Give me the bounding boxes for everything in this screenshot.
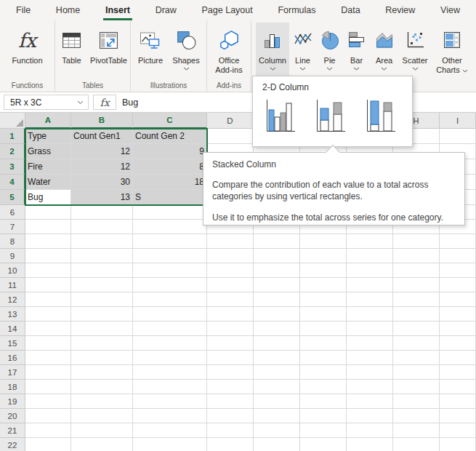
cell-C14[interactable] [133,322,207,336]
cell-C17[interactable] [133,365,207,380]
select-all-corner[interactable] [0,113,25,129]
cell-E21[interactable] [254,423,300,438]
cell-G17[interactable] [347,365,393,380]
tab-review[interactable]: Review [384,0,416,20]
column-header-D[interactable]: D [207,113,254,129]
cell-B8[interactable] [71,234,133,249]
cell-B13[interactable] [71,307,133,322]
cell-C10[interactable] [133,263,207,278]
cell-H10[interactable] [393,263,440,278]
cell-C19[interactable] [133,394,207,409]
cell-H9[interactable] [393,249,440,263]
column-header-B[interactable]: B [71,113,133,129]
cell-B11[interactable] [71,278,133,292]
cell-H13[interactable] [393,307,440,322]
cell-E13[interactable] [254,307,300,322]
pivottable-button[interactable]: PivotTable [88,23,130,81]
cell-E14[interactable] [254,322,300,336]
cell-F13[interactable] [300,307,347,322]
hundred-percent-stacked-column-option[interactable] [364,97,398,135]
cell-G14[interactable] [347,322,393,336]
cell-D12[interactable] [207,292,254,307]
cell-B15[interactable] [71,336,133,351]
cell-B7[interactable] [71,220,133,234]
cell-I12[interactable] [440,292,476,307]
cell-D16[interactable] [207,351,254,365]
cell-G10[interactable] [347,263,393,278]
cell-C1[interactable]: Count Gen 2 [133,129,207,144]
row-header-9[interactable]: 9 [0,249,25,263]
cell-H18[interactable] [393,380,440,394]
area-dropdown-chevron-icon[interactable] [381,67,387,71]
cell-B21[interactable] [71,423,133,438]
cell-D18[interactable] [207,380,254,394]
cell-C5[interactable]: S [133,190,207,205]
cell-C12[interactable] [133,292,207,307]
cell-G8[interactable] [347,234,393,249]
cell-C7[interactable] [133,220,207,234]
row-header-17[interactable]: 17 [0,365,25,380]
row-header-22[interactable]: 22 [0,438,25,451]
tab-insert[interactable]: Insert [104,0,132,20]
cell-E12[interactable] [254,292,300,307]
cell-B20[interactable] [71,409,133,423]
cell-I8[interactable] [440,234,476,249]
cell-E16[interactable] [254,351,300,365]
cell-A8[interactable] [25,234,71,249]
tab-data[interactable]: Data [339,0,361,20]
cell-F18[interactable] [300,380,347,394]
row-header-5[interactable]: 5 [0,190,25,205]
cell-G15[interactable] [347,336,393,351]
cell-D14[interactable] [207,322,254,336]
tab-page-layout[interactable]: Page Layout [201,0,254,20]
cell-C8[interactable] [133,234,207,249]
cell-C6[interactable] [133,205,207,220]
cell-E19[interactable] [254,394,300,409]
cell-E10[interactable] [254,263,300,278]
cell-D10[interactable] [207,263,254,278]
bar-chart-button[interactable]: Bar [343,23,370,81]
cell-A21[interactable] [25,423,71,438]
cell-A1[interactable]: Type [25,129,71,144]
cell-E9[interactable] [254,249,300,263]
cell-B4[interactable]: 30 [71,175,133,190]
cell-I1[interactable] [440,129,476,144]
cell-D8[interactable] [207,234,254,249]
cell-H8[interactable] [393,234,440,249]
name-box-chevron-icon[interactable] [77,100,84,105]
cell-B14[interactable] [71,322,133,336]
cell-D17[interactable] [207,365,254,380]
cell-F11[interactable] [300,278,347,292]
cell-H15[interactable] [393,336,440,351]
cell-I16[interactable] [440,351,476,365]
cell-G21[interactable] [347,423,393,438]
cell-A5[interactable]: Bug [25,190,71,205]
row-header-4[interactable]: 4 [0,175,25,190]
scatter-dropdown-chevron-icon[interactable] [412,67,419,71]
pie-dropdown-chevron-icon[interactable] [326,67,333,71]
clustered-column-option[interactable] [264,97,297,135]
cell-A22[interactable] [25,438,71,451]
shapes-dropdown-chevron-icon[interactable] [183,67,190,71]
tab-view[interactable]: View [439,0,461,20]
cell-H16[interactable] [393,351,440,365]
column-header-C[interactable]: C [133,113,207,129]
scatter-chart-button[interactable]: Scatter [398,23,432,81]
row-header-6[interactable]: 6 [0,205,25,220]
cell-F20[interactable] [300,409,347,423]
cell-B5[interactable]: 13 [71,190,133,205]
cell-C21[interactable] [133,423,207,438]
cell-B2[interactable]: 12 [71,144,133,159]
cell-F12[interactable] [300,292,347,307]
row-header-20[interactable]: 20 [0,409,25,423]
cell-H11[interactable] [393,278,440,292]
row-header-3[interactable]: 3 [0,159,25,175]
cell-G19[interactable] [347,394,393,409]
cell-G16[interactable] [347,351,393,365]
cell-H14[interactable] [393,322,440,336]
cell-B18[interactable] [71,380,133,394]
cell-H12[interactable] [393,292,440,307]
row-header-13[interactable]: 13 [0,307,25,322]
cell-A6[interactable] [25,205,71,220]
cell-B3[interactable]: 12 [71,159,133,175]
